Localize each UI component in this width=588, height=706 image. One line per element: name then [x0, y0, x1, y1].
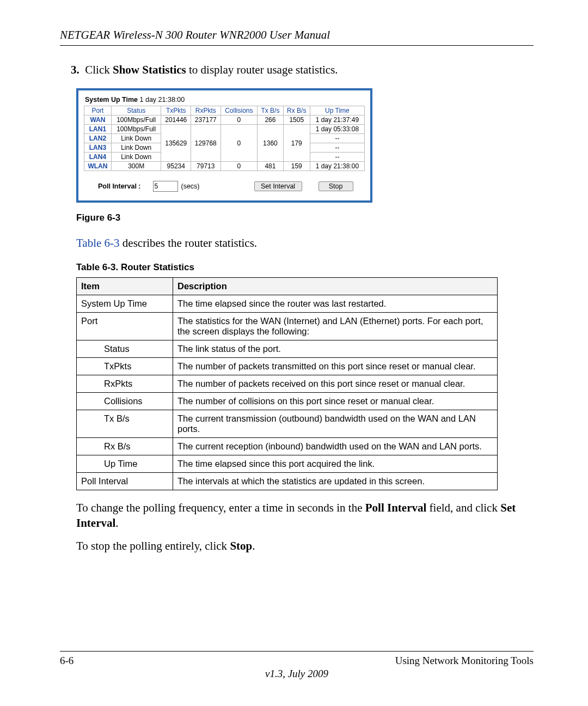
- statistics-table: Port Status TxPkts RxPkts Collisions Tx …: [84, 106, 365, 171]
- cell-status: Link Down: [111, 134, 161, 143]
- system-uptime-line: System Up Time 1 day 21:38:00: [85, 96, 365, 104]
- col-status: Status: [111, 106, 161, 115]
- desc-desc: The number of packets received on this p…: [173, 375, 498, 392]
- cell-tx: 201446: [161, 115, 191, 125]
- set-interval-button[interactable]: Set Interval: [254, 181, 302, 191]
- desc-row: System Up Time The time elapsed since th…: [77, 295, 498, 312]
- cell-rx-merge: 129768: [191, 125, 221, 162]
- p1-d: .: [115, 516, 118, 530]
- col-port: Port: [84, 106, 112, 115]
- p1-c: field, and click: [426, 501, 500, 514]
- system-uptime-value: 1 day 21:38:00: [140, 96, 185, 104]
- desc-h-desc: Description: [173, 277, 498, 295]
- desc-row: Poll Interval The intervals at which the…: [77, 472, 498, 490]
- cell-up: 1 day 05:33:08: [310, 125, 364, 134]
- statistics-screenshot: System Up Time 1 day 21:38:00 Port Statu…: [76, 88, 372, 203]
- cell-status: 100Mbps/Full: [111, 125, 161, 134]
- desc-row: Up Time The time elapsed since this port…: [77, 455, 498, 472]
- poll-interval-row: Poll Interval : (secs) Set Interval Stop: [84, 181, 365, 192]
- desc-row: Status The link status of the port.: [77, 340, 498, 357]
- cell-col: 0: [220, 162, 258, 171]
- cell-rx: 237177: [191, 115, 221, 125]
- desc-desc: The number of collisions on this port si…: [173, 392, 498, 410]
- desc-h-item: Item: [77, 277, 173, 295]
- desc-desc: The current transmission (outbound) band…: [173, 410, 498, 437]
- footer-version: v1.3, July 2009: [60, 668, 534, 680]
- step-text-b: to display router usage statistics.: [186, 63, 338, 76]
- post-para-1: To change the polling frequency, enter a…: [76, 500, 534, 531]
- desc-row: Collisions The number of collisions on t…: [77, 392, 498, 410]
- router-statistics-table: Item Description System Up Time The time…: [76, 277, 498, 490]
- desc-sub: TxPkts: [100, 357, 173, 375]
- cell-port: LAN3: [84, 143, 112, 153]
- cell-txbs-merge: 1360: [258, 125, 284, 162]
- table-ref-link[interactable]: Table 6-3: [76, 236, 120, 249]
- col-rx: RxPkts: [191, 106, 221, 115]
- cell-status: Link Down: [111, 143, 161, 153]
- cell-port: WAN: [84, 115, 112, 125]
- step-text-a: Click: [85, 63, 113, 76]
- col-up: Up Time: [310, 106, 364, 115]
- system-uptime-label: System Up Time: [85, 96, 138, 104]
- cell-status: 300M: [111, 162, 161, 171]
- cell-txbs: 481: [258, 162, 284, 171]
- cell-status: Link Down: [111, 153, 161, 162]
- cell-status: 100Mbps/Full: [111, 115, 161, 125]
- desc-indent: [77, 357, 100, 375]
- row-wlan: WLAN 300M 95234 79713 0 481 159 1 day 21…: [84, 162, 365, 171]
- p1-a: To change the polling frequency, enter a…: [76, 501, 365, 514]
- desc-row: Tx B/s The current transmission (outboun…: [77, 410, 498, 437]
- desc-sub: Tx B/s: [100, 410, 173, 437]
- post-para-2: To stop the polling entirely, click Stop…: [76, 538, 534, 553]
- stop-button[interactable]: Stop: [318, 181, 353, 191]
- desc-item: System Up Time: [77, 295, 173, 312]
- desc-desc: The time elapsed since the router was la…: [173, 295, 498, 312]
- col-tx: TxPkts: [161, 106, 191, 115]
- cell-rx: 79713: [191, 162, 221, 171]
- desc-item: Poll Interval: [77, 472, 173, 490]
- cell-up: 1 day 21:38:00: [310, 162, 364, 171]
- cell-tx: 95234: [161, 162, 191, 171]
- cell-port: LAN1: [84, 125, 112, 134]
- cell-port: WLAN: [84, 162, 112, 171]
- desc-desc: The time elapsed since this port acquire…: [173, 455, 498, 472]
- cell-port: LAN4: [84, 153, 112, 162]
- desc-desc: The link status of the port.: [173, 340, 498, 357]
- poll-interval-label: Poll Interval :: [98, 182, 141, 190]
- p2-bold: Stop: [230, 539, 252, 552]
- step-3: 3. Click Show Statistics to display rout…: [71, 62, 534, 77]
- desc-sub: RxPkts: [100, 375, 173, 392]
- cell-txbs: 266: [258, 115, 284, 125]
- desc-sub: Collisions: [100, 392, 173, 410]
- col-rxbs: Rx B/s: [283, 106, 310, 115]
- col-txbs: Tx B/s: [258, 106, 284, 115]
- cell-tx-merge: 135629: [161, 125, 191, 162]
- cell-up: --: [310, 153, 364, 162]
- desc-sub: Rx B/s: [100, 437, 173, 455]
- desc-indent: [77, 455, 100, 472]
- cell-port: LAN2: [84, 134, 112, 143]
- desc-desc: The statistics for the WAN (Internet) an…: [173, 312, 498, 340]
- desc-item: Port: [77, 312, 173, 340]
- p1-bold1: Poll Interval: [365, 501, 427, 514]
- figure-caption: Figure 6-3: [76, 212, 534, 223]
- row-wan: WAN 100Mbps/Full 201446 237177 0 266 150…: [84, 115, 365, 125]
- desc-indent: [77, 340, 100, 357]
- cell-rxbs: 1505: [283, 115, 310, 125]
- p2-c: .: [252, 539, 255, 552]
- row-lan1: LAN1 100Mbps/Full 135629 129768 0 1360 1…: [84, 125, 365, 134]
- running-header: NETGEAR Wireless-N 300 Router WNR2000 Us…: [60, 28, 534, 46]
- cell-up: 1 day 21:37:49: [310, 115, 364, 125]
- cell-up: --: [310, 143, 364, 153]
- col-coll: Collisions: [220, 106, 258, 115]
- desc-sub: Status: [100, 340, 173, 357]
- desc-row: TxPkts The number of packets transmitted…: [77, 357, 498, 375]
- desc-sub: Up Time: [100, 455, 173, 472]
- desc-desc: The current reception (inbound) bandwidt…: [173, 437, 498, 455]
- desc-indent: [77, 437, 100, 455]
- desc-indent: [77, 375, 100, 392]
- poll-interval-input[interactable]: [153, 181, 178, 192]
- step-number: 3.: [71, 63, 79, 76]
- cell-rxbs-merge: 179: [283, 125, 310, 162]
- table-ref-sentence: Table 6-3 describes the router statistic…: [76, 235, 534, 251]
